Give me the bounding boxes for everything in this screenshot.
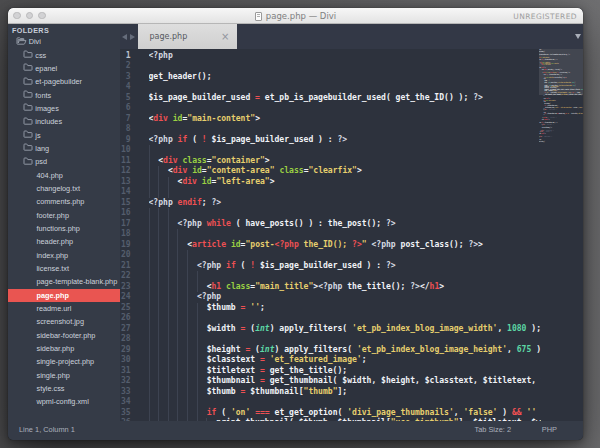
indent-guide	[158, 166, 159, 177]
code-line[interactable]: <h1 class="main_title"><?php the_title()…	[149, 282, 542, 293]
code-line[interactable]: if ( 'on' === et_get_option( 'divi_page_…	[149, 408, 542, 419]
minimap[interactable]: <?php get_header(); $is_page_builder_use…	[539, 49, 583, 421]
code-line[interactable]	[149, 250, 542, 261]
tab-overflow-icon[interactable]	[575, 34, 581, 39]
tab-scroll-left-icon[interactable]	[122, 34, 127, 40]
indent-guide	[197, 355, 198, 366]
sidebar-item-images[interactable]: images	[8, 102, 120, 115]
code-line[interactable]: $classtext = 'et_featured_image';	[149, 355, 542, 366]
sidebar-item-label: 404.php	[37, 171, 63, 180]
sidebar-item-psd[interactable]: psd	[8, 155, 120, 168]
code-line[interactable]: $titletext = get_the_title();	[149, 366, 542, 377]
code-line[interactable]	[149, 271, 542, 282]
sidebar: FOLDERS Divicssepanelet-pagebuilderfonts…	[8, 24, 120, 421]
sidebar-item-page-php[interactable]: page.php	[8, 289, 120, 302]
sidebar-item-page-template-blank-php[interactable]: page-template-blank.php	[8, 275, 120, 288]
code-line[interactable]: $thumb = $thumbnail["thumb"];	[149, 387, 542, 398]
sidebar-item-changelog-txt[interactable]: changelog.txt	[8, 182, 120, 195]
code-line[interactable]	[149, 229, 542, 240]
code-line[interactable]	[149, 208, 542, 219]
code-line[interactable]: $thumb = '';	[149, 303, 542, 314]
code-line[interactable]: get_header();	[149, 72, 542, 83]
sidebar-item-includes[interactable]: includes	[8, 115, 120, 128]
tab-size-control[interactable]: Tab Size: 2	[474, 420, 511, 439]
sidebar-item-index-php[interactable]: index.php	[8, 249, 120, 262]
code-token: >	[265, 156, 270, 165]
sidebar-item-label: footer.php	[37, 211, 69, 220]
sidebar-item-wpml-config-xml[interactable]: wpml-config.xml	[8, 395, 120, 408]
code-line[interactable]: <?php if ( ! $is_page_builder_used ) : ?…	[149, 135, 542, 146]
tab-bar: page.php ×	[120, 24, 583, 49]
code-token: get_footer();	[539, 141, 545, 142]
code-line[interactable]: <?php	[149, 292, 542, 303]
code-line[interactable]: <div id="left-area">	[149, 177, 542, 188]
code-line[interactable]	[149, 61, 542, 72]
code-token: if	[178, 135, 188, 144]
sidebar-item-comments-php[interactable]: comments.php	[8, 195, 120, 208]
sidebar-item-epanel[interactable]: epanel	[8, 62, 120, 75]
sidebar-item-404-php[interactable]: 404.php	[8, 168, 120, 181]
sidebar-item-fonts[interactable]: fonts	[8, 88, 120, 101]
code-line[interactable]	[149, 313, 542, 324]
indent-guide	[158, 240, 159, 251]
code-line[interactable]: $thumbnail = get_thumbnail( $width, $hei…	[149, 376, 542, 387]
sidebar-item-license-txt[interactable]: license.txt	[8, 262, 120, 275]
code-line[interactable]: <div id="main-content">	[149, 114, 542, 125]
sidebar-item-style-css[interactable]: style.css	[8, 382, 120, 395]
code-line[interactable]: <div class="container">	[149, 156, 542, 167]
code-line[interactable]	[149, 82, 542, 93]
code-line[interactable]: <article id="post-<?php the_ID(); ?>" <?…	[149, 240, 542, 251]
indent-guide	[158, 250, 159, 261]
code-line[interactable]: <?php while ( have_posts() ) : the_post(…	[149, 219, 542, 230]
sidebar-item-readme-url[interactable]: readme.url	[8, 302, 120, 315]
sidebar-item-sidebar-php[interactable]: sidebar.php	[8, 342, 120, 355]
editor-area[interactable]: 1234567891011121314151617181920212223242…	[120, 49, 583, 421]
sidebar-item-et-pagebuilder[interactable]: et-pagebuilder	[8, 75, 120, 88]
indent-guide	[177, 229, 178, 240]
sidebar-item-lang[interactable]: lang	[8, 142, 120, 155]
tab-close-icon[interactable]: ×	[221, 32, 229, 42]
indent-guide	[197, 282, 198, 293]
sidebar-item-screenshot-jpg[interactable]: screenshot.jpg	[8, 315, 120, 328]
code-line[interactable]	[149, 397, 542, 408]
tab-scroll-right-icon[interactable]	[130, 34, 135, 40]
sidebar-item-single-php[interactable]: single.php	[8, 369, 120, 382]
sidebar-item-css[interactable]: css	[8, 48, 120, 61]
line-number-gutter[interactable]: 1234567891011121314151617181920212223242…	[120, 51, 146, 422]
sidebar-item-divi[interactable]: Divi	[8, 35, 120, 48]
sidebar-item-js[interactable]: js	[8, 128, 120, 141]
sidebar-item-single-project-php[interactable]: single-project.php	[8, 355, 120, 368]
code-token: $width	[149, 324, 241, 333]
indent-guide	[158, 334, 159, 345]
code-token: id	[231, 240, 241, 249]
sidebar-item-footer-php[interactable]: footer.php	[8, 208, 120, 221]
tab-page-php[interactable]: page.php ×	[138, 24, 237, 49]
code-token: "left-area"	[216, 177, 269, 186]
syntax-control[interactable]: PHP	[542, 420, 557, 439]
indent-guide	[168, 250, 169, 261]
code-line[interactable]: <?php endif; ?>	[149, 198, 542, 209]
sidebar-item-header-php[interactable]: header.php	[8, 235, 120, 248]
code-line[interactable]: <?php	[149, 51, 542, 62]
folder-icon	[23, 130, 33, 140]
code-line[interactable]	[149, 187, 542, 198]
code-line[interactable]: $width = (int) apply_filters( 'et_pb_ind…	[149, 324, 542, 335]
code-line[interactable]: <?php if ( ! $is_page_builder_used ) : ?…	[149, 261, 542, 272]
code-line[interactable]: <div id="content-area" class="clearfix">	[149, 166, 542, 177]
code-line[interactable]	[149, 103, 542, 114]
code-line[interactable]: $height = (int) apply_filters( 'et_pb_in…	[149, 345, 542, 356]
indent-guide	[187, 282, 188, 293]
code-line[interactable]	[149, 334, 542, 345]
indent-guide	[149, 355, 150, 366]
code-token: et_pb_is_pagebuilder_used( get_the_ID() …	[260, 93, 473, 102]
sidebar-item-sidebar-footer-php[interactable]: sidebar-footer.php	[8, 329, 120, 342]
code-line[interactable]: get_footer();	[539, 141, 583, 142]
code-line[interactable]: $is_page_builder_used = et_pb_is_pagebui…	[149, 93, 542, 104]
code-view[interactable]: <?php get_header(); $is_page_builder_use…	[149, 51, 542, 422]
indent-guide	[168, 387, 169, 398]
indent-guide	[158, 376, 159, 387]
code-line[interactable]	[149, 145, 542, 156]
code-line[interactable]	[149, 124, 542, 135]
sidebar-item-functions-php[interactable]: functions.php	[8, 222, 120, 235]
code-token: id	[202, 177, 212, 186]
